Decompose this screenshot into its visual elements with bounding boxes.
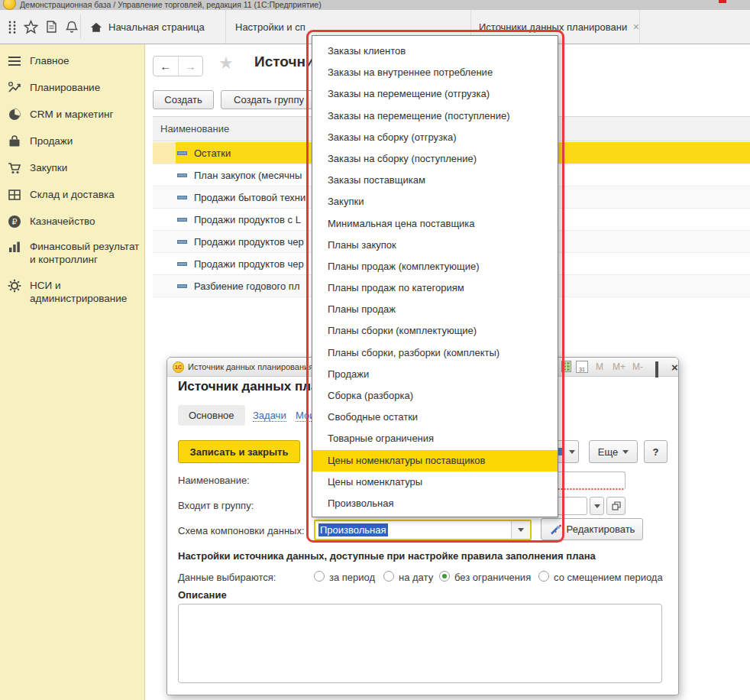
row-indent bbox=[153, 231, 176, 252]
element-dash-icon bbox=[177, 284, 187, 288]
radio-na-datu-label[interactable]: на дату bbox=[399, 572, 433, 583]
calculator-icon[interactable] bbox=[561, 361, 571, 372]
description-label: Описание bbox=[178, 589, 227, 601]
dropdown-item[interactable]: Сборка (разборка) bbox=[312, 385, 558, 407]
menu-lines-icon bbox=[7, 53, 22, 69]
dropdown-item[interactable]: Цены номенклатуры bbox=[312, 472, 558, 493]
schema-combo[interactable]: Произвольная bbox=[314, 520, 532, 540]
window-title: Демонстрационная база / Управление торго… bbox=[20, 0, 322, 9]
dropdown-item[interactable]: Планы сборки, разборки (комплекты) bbox=[312, 342, 558, 364]
dropdown-item[interactable]: Свободные остатки bbox=[312, 407, 558, 428]
cart-icon bbox=[7, 160, 22, 176]
sidebar-item-crm[interactable]: CRM и маркетинг bbox=[0, 107, 145, 122]
row-indent bbox=[153, 253, 176, 274]
schema-label: Схема компоновки данных: bbox=[178, 525, 305, 536]
sidebar-item-sales[interactable]: Продажи bbox=[0, 134, 145, 149]
sidebar-item-label: Финансовый результат и контроллинг bbox=[30, 239, 143, 266]
notifications-bell-icon[interactable] bbox=[64, 17, 79, 37]
memory-mminus-button[interactable]: M- bbox=[632, 361, 643, 372]
back-arrow-button[interactable]: ← bbox=[154, 57, 179, 76]
1c-logo-icon bbox=[3, 0, 16, 10]
dropdown-item[interactable]: Произвольная bbox=[312, 493, 558, 514]
dropdown-item[interactable]: Заказы поставщикам bbox=[312, 170, 558, 191]
radio-so-smeshcheniem[interactable] bbox=[538, 571, 549, 582]
dropdown-item[interactable]: Планы продаж bbox=[312, 299, 558, 320]
forward-arrow-button[interactable]: → bbox=[179, 57, 203, 76]
dropdown-item[interactable]: Планы продаж по категориям bbox=[312, 277, 558, 299]
group-dropdown-button[interactable] bbox=[590, 497, 604, 515]
tab-home[interactable]: Начальная страница bbox=[81, 10, 226, 44]
tab-close-icon[interactable]: × bbox=[633, 21, 639, 33]
ruble-coin-icon: ₽ bbox=[7, 214, 22, 229]
dropdown-item[interactable]: Планы продаж (комплектующие) bbox=[312, 256, 558, 277]
radio-za-period[interactable] bbox=[314, 571, 325, 582]
app-window: Демонстрационная база / Управление торго… bbox=[0, 0, 750, 700]
sidebar-item-admin[interactable]: НСИ и администрирование bbox=[0, 278, 145, 305]
memory-mplus-button[interactable]: M+ bbox=[613, 361, 626, 372]
sidebar-item-warehouse[interactable]: Склад и доставка bbox=[0, 187, 145, 203]
history-icon[interactable] bbox=[43, 17, 58, 37]
create-group-button[interactable]: Создать группу bbox=[221, 90, 317, 109]
sidebar-item-finance[interactable]: Финансовый результат и контроллинг bbox=[0, 239, 145, 266]
sidebar-item-treasury[interactable]: ₽ Казначейство bbox=[0, 214, 145, 229]
radio-za-period-label[interactable]: за период bbox=[329, 572, 375, 583]
dropdown-item-highlighted[interactable]: Цены номенклатуры поставщиков bbox=[312, 450, 558, 472]
radio-bez-ogranicheniya[interactable] bbox=[439, 571, 450, 582]
sidebar-item-label: CRM и маркетинг bbox=[30, 107, 143, 121]
dropdown-item[interactable]: Заказы на перемещение (отгрузка) bbox=[312, 83, 558, 105]
group-open-button[interactable] bbox=[606, 497, 626, 515]
radio-na-datu[interactable] bbox=[383, 571, 394, 582]
save-and-close-button[interactable]: Записать и закрыть bbox=[178, 440, 300, 463]
radio-so-smeshcheniem-label[interactable]: со смещением периода bbox=[554, 572, 663, 583]
edit-schema-button[interactable]: Редактировать bbox=[541, 518, 643, 540]
sidebar-item-purchases[interactable]: Закупки bbox=[0, 160, 145, 176]
dialog-tab-tasks[interactable]: Задачи bbox=[253, 410, 286, 422]
dialog-tab-main[interactable]: Основное bbox=[178, 405, 245, 426]
row-indent bbox=[153, 186, 176, 208]
tab-settings-label: Настройки и сп bbox=[235, 21, 305, 33]
window-close-icon[interactable] bbox=[719, 0, 726, 3]
group-label: Входит в группу: bbox=[178, 500, 254, 511]
dropdown-item[interactable]: Планы закупок bbox=[312, 235, 558, 256]
memory-m-button[interactable]: M bbox=[596, 361, 603, 372]
dialog-window-title: Источник данных планирования: bbox=[188, 362, 315, 371]
dropdown-item[interactable]: Продажи bbox=[312, 364, 558, 385]
dropdown-item[interactable]: Минимальная цена поставщика bbox=[312, 213, 558, 235]
tab-planning-sources-label: Источники данных планирования bbox=[479, 21, 627, 33]
help-button[interactable]: ? bbox=[644, 440, 668, 463]
more-button[interactable]: Еще bbox=[589, 440, 638, 463]
element-dash-icon bbox=[177, 173, 187, 177]
chevron-down-icon bbox=[569, 450, 575, 454]
dropdown-item[interactable]: Заказы на сборку (поступление) bbox=[312, 148, 558, 170]
maximize-icon[interactable] bbox=[655, 363, 658, 377]
element-dash-icon bbox=[177, 151, 187, 155]
dropdown-item[interactable]: Товарные ограничения bbox=[312, 428, 558, 449]
row-indent bbox=[153, 209, 176, 230]
dropdown-item[interactable]: Заказы на внутреннее потребление bbox=[312, 62, 558, 83]
dropdown-item[interactable]: Закупки bbox=[312, 191, 558, 212]
service-menu-icon[interactable] bbox=[5, 17, 20, 37]
pie-chart-icon bbox=[7, 107, 22, 122]
sidebar-item-planning[interactable]: Планирование bbox=[0, 80, 145, 96]
sidebar-item-label: Продажи bbox=[30, 134, 143, 147]
favorites-star-icon[interactable] bbox=[23, 17, 38, 37]
grid-icon bbox=[7, 187, 22, 203]
dropdown-item[interactable]: Заказы клиентов bbox=[312, 41, 558, 62]
sidebar-item-label: Планирование bbox=[30, 80, 143, 94]
dropdown-item[interactable]: Заказы на сборку (отгрузка) bbox=[312, 127, 558, 148]
magic-wand-icon bbox=[549, 523, 562, 536]
sidebar-item-main[interactable]: Главное bbox=[0, 53, 145, 69]
gear-icon bbox=[7, 278, 22, 293]
dialog-close-icon[interactable]: × bbox=[671, 361, 678, 373]
row-indent bbox=[153, 142, 176, 164]
radio-bez-ogranicheniya-label[interactable]: без ограничения bbox=[454, 572, 531, 583]
calendar-icon[interactable]: 31 bbox=[576, 361, 588, 373]
schema-dropdown-button[interactable] bbox=[511, 521, 530, 539]
create-button[interactable]: Создать bbox=[153, 90, 214, 109]
sidebar-item-label: Главное bbox=[30, 53, 143, 67]
dropdown-item[interactable]: Планы сборки (комплектующие) bbox=[312, 320, 558, 342]
dropdown-item[interactable]: Заказы на перемещение (поступление) bbox=[312, 105, 558, 127]
sidebar-item-label: Казначейство bbox=[30, 214, 143, 228]
favorite-star-icon[interactable]: ★ bbox=[218, 53, 234, 73]
description-textarea[interactable] bbox=[178, 604, 662, 683]
